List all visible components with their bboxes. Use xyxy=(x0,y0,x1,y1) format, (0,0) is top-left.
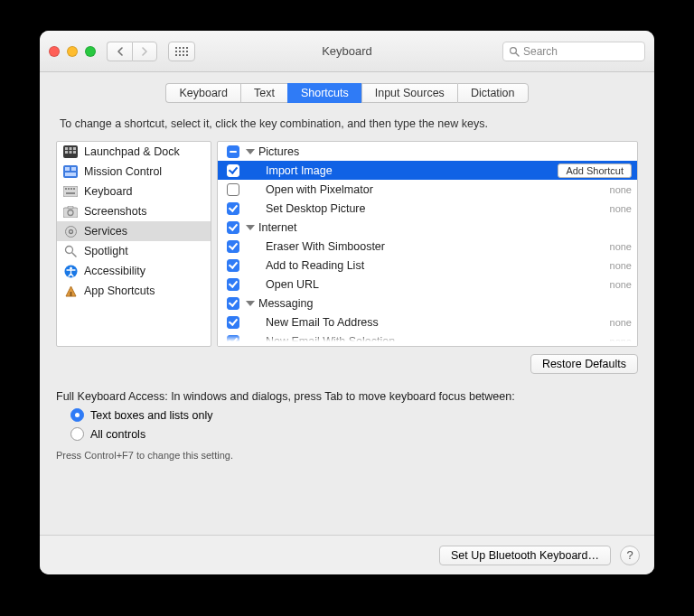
content-area: KeyboardTextShortcutsInput SourcesDictat… xyxy=(40,72,654,574)
sidebar-item-screenshots[interactable]: Screenshots xyxy=(57,201,211,221)
tab-text[interactable]: Text xyxy=(240,83,287,103)
sidebar-item-label: App Shortcuts xyxy=(84,285,155,297)
setup-bluetooth-keyboard-button[interactable]: Set Up Bluetooth Keyboard… xyxy=(439,546,611,565)
category-sidebar[interactable]: Launchpad & DockMission ControlKeyboardS… xyxy=(56,141,211,347)
nav-buttons xyxy=(107,42,157,61)
svg-rect-23 xyxy=(71,167,76,171)
shortcut-item-set-desktop-picture[interactable]: Set Desktop Picturenone xyxy=(218,199,637,218)
restore-defaults-button[interactable]: Restore Defaults xyxy=(530,354,638,374)
shortcut-panes: Launchpad & DockMission ControlKeyboardS… xyxy=(56,141,638,347)
group-internet[interactable]: Internet xyxy=(218,218,637,237)
checkbox[interactable] xyxy=(227,202,239,215)
disclosure-triangle-icon[interactable] xyxy=(246,225,255,230)
tab-bar: KeyboardTextShortcutsInput SourcesDictat… xyxy=(56,83,638,103)
fka-option-0[interactable]: Text boxes and lists only xyxy=(70,408,638,422)
sidebar-item-mission-control[interactable]: Mission Control xyxy=(57,162,211,182)
svg-rect-31 xyxy=(63,208,78,218)
svg-rect-0 xyxy=(175,47,177,49)
svg-line-37 xyxy=(72,253,76,257)
checkbox[interactable] xyxy=(227,240,239,253)
tab-shortcuts[interactable]: Shortcuts xyxy=(287,83,361,103)
row-label: Open URL xyxy=(266,278,610,291)
back-button[interactable] xyxy=(107,42,132,61)
row-label: Add to Reading List xyxy=(266,259,610,272)
keyboard-icon xyxy=(63,185,78,198)
shortcut-item-import-image[interactable]: Import ImageAdd Shortcut xyxy=(218,161,637,180)
forward-button[interactable] xyxy=(132,42,157,61)
radio-button[interactable] xyxy=(70,408,84,422)
svg-rect-29 xyxy=(73,188,75,190)
svg-rect-8 xyxy=(175,54,177,56)
sidebar-item-spotlight[interactable]: Spotlight xyxy=(57,241,211,261)
show-all-button[interactable] xyxy=(168,42,195,61)
shortcut-value: none xyxy=(610,317,632,328)
checkbox[interactable] xyxy=(227,278,239,291)
checkbox[interactable] xyxy=(227,259,239,272)
fka-option-1[interactable]: All controls xyxy=(70,427,638,441)
shortcut-item-open-with-pixelmator[interactable]: Open with Pixelmatornone xyxy=(218,180,637,199)
shortcut-value: none xyxy=(610,260,632,271)
shortcut-item-new-email-to-address[interactable]: New Email To Addressnone xyxy=(218,313,637,331)
svg-rect-18 xyxy=(65,151,68,154)
help-button[interactable]: ? xyxy=(620,546,640,565)
radio-button[interactable] xyxy=(70,427,84,441)
svg-rect-32 xyxy=(68,206,73,209)
svg-rect-22 xyxy=(65,167,70,171)
svg-rect-28 xyxy=(70,188,72,190)
disclosure-triangle-icon[interactable] xyxy=(246,301,255,306)
svg-line-13 xyxy=(516,53,519,56)
svg-rect-15 xyxy=(65,147,68,150)
tab-keyboard[interactable]: Keyboard xyxy=(165,83,240,103)
sidebar-item-label: Accessibility xyxy=(84,265,145,277)
disclosure-triangle-icon[interactable] xyxy=(246,149,255,154)
titlebar: Keyboard Search xyxy=(40,31,654,72)
sidebar-item-launchpad-dock[interactable]: Launchpad & Dock xyxy=(57,142,211,162)
gear-icon xyxy=(63,225,78,238)
group-messaging[interactable]: Messaging xyxy=(218,294,637,313)
accessibility-icon xyxy=(63,265,78,277)
shortcut-value: none xyxy=(610,184,632,195)
checkbox[interactable] xyxy=(227,145,239,158)
minimize-window-button[interactable] xyxy=(67,46,78,57)
sidebar-item-accessibility[interactable]: Accessibility xyxy=(57,261,211,281)
zoom-window-button[interactable] xyxy=(85,46,96,57)
shortcut-item-add-to-reading-list[interactable]: Add to Reading Listnone xyxy=(218,256,637,275)
svg-point-34 xyxy=(65,226,76,237)
sidebar-item-keyboard[interactable]: Keyboard xyxy=(57,182,211,201)
add-shortcut-button[interactable]: Add Shortcut xyxy=(558,163,632,178)
shortcut-value: none xyxy=(610,241,632,252)
sidebar-item-label: Mission Control xyxy=(84,165,162,178)
screenshots-icon xyxy=(63,205,78,218)
shortcut-value: none xyxy=(610,203,632,214)
svg-rect-17 xyxy=(73,147,76,150)
shortcut-item-eraser-with-simbooster[interactable]: Eraser With Simboosternone xyxy=(218,237,637,256)
search-placeholder: Search xyxy=(523,45,558,58)
shortcut-tree[interactable]: PicturesImport ImageAdd ShortcutOpen wit… xyxy=(217,141,638,347)
close-window-button[interactable] xyxy=(49,46,60,57)
group-pictures[interactable]: Pictures xyxy=(218,142,637,161)
svg-rect-7 xyxy=(186,51,188,52)
tab-input-sources[interactable]: Input Sources xyxy=(361,83,457,103)
shortcut-item-open-url[interactable]: Open URLnone xyxy=(218,275,637,294)
sidebar-item-app-shortcuts[interactable]: App Shortcuts xyxy=(57,281,211,301)
window-controls xyxy=(49,46,96,57)
checkbox[interactable] xyxy=(227,164,239,177)
sidebar-item-services[interactable]: Services xyxy=(57,221,211,241)
svg-rect-20 xyxy=(73,151,76,154)
row-label: Internet xyxy=(258,221,632,234)
checkbox[interactable] xyxy=(227,221,239,234)
tab-dictation[interactable]: Dictation xyxy=(457,83,529,103)
sidebar-item-label: Screenshots xyxy=(84,205,146,218)
svg-rect-27 xyxy=(68,188,70,190)
svg-rect-1 xyxy=(179,47,181,49)
svg-rect-26 xyxy=(65,188,67,190)
svg-rect-10 xyxy=(183,54,184,56)
svg-rect-25 xyxy=(63,186,78,197)
checkbox[interactable] xyxy=(227,183,239,196)
search-input[interactable]: Search xyxy=(502,42,645,61)
svg-rect-19 xyxy=(70,151,72,154)
checkbox[interactable] xyxy=(227,297,239,310)
shortcut-value: none xyxy=(610,279,632,290)
checkbox[interactable] xyxy=(227,316,239,329)
row-label: New Email To Address xyxy=(266,316,610,329)
